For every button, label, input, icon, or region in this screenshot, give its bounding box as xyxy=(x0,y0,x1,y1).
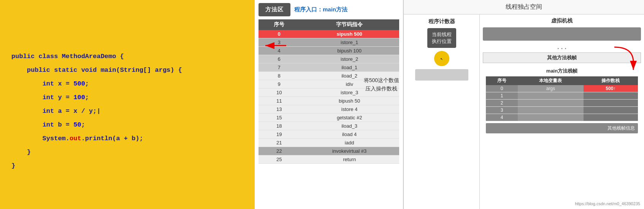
bytecode-row: 19iload 4 xyxy=(259,130,399,139)
other-frames-label: 其他方法栈帧 xyxy=(483,52,641,63)
bytecode-seq: 8 xyxy=(259,72,300,80)
bytecode-row: 7iload_1 xyxy=(259,63,399,72)
col-seq: 序号 xyxy=(259,19,300,30)
bytecode-seq: 7 xyxy=(259,63,300,72)
frame-row: 0args500↑ xyxy=(486,85,638,92)
annotation-text: 将500这个数值 压入操作数栈 xyxy=(364,76,399,93)
bytecode-instr: istore_2 xyxy=(300,55,399,63)
frame-row: 1 xyxy=(486,92,638,100)
bytecode-row: 0sipush 500 xyxy=(259,30,399,38)
bytecode-seq: 22 xyxy=(259,147,300,155)
code-block: public class MethodAreaDemo { public sta… xyxy=(11,36,182,173)
code-panel: public class MethodAreaDemo { public sta… xyxy=(0,0,255,209)
right-panel-body: 程序计数器 当前线程 执行位置 ↖ 虚拟机栈 ... 其他方法栈帧 xyxy=(404,14,644,209)
bytecode-seq: 3 xyxy=(259,38,300,47)
bytecode-row: 21iadd xyxy=(259,139,399,147)
frame-local: args xyxy=(518,85,584,92)
col-instr: 字节码指令 xyxy=(300,19,399,30)
method-area-button[interactable]: 方法区 xyxy=(259,3,290,16)
vm-ellipsis: ... xyxy=(483,44,641,51)
frame-table: 序号 本地变量表 操作数栈 0args500↑1234 xyxy=(486,76,638,121)
frame-row: 3 xyxy=(486,107,638,114)
main-frame-label: main方法栈帧 xyxy=(486,68,638,74)
bytecode-instr: sipush 500 xyxy=(300,30,399,38)
frame-seq: 4 xyxy=(486,114,518,121)
bytecode-row: 13istore 4 xyxy=(259,105,399,114)
bytecode-instr: iload_3 xyxy=(300,122,399,130)
bytecode-table-wrap: 序号 字节码指令 0sipush 5003istore_14bipush 100… xyxy=(255,19,403,209)
bytecode-seq: 19 xyxy=(259,130,300,139)
bytecode-row: 11bipush 50 xyxy=(259,97,399,105)
bytecode-seq: 21 xyxy=(259,139,300,147)
frame-local xyxy=(518,100,584,107)
frame-local xyxy=(518,92,584,100)
other-frames-info-button[interactable]: 其他栈帧信息 xyxy=(486,123,638,133)
pc-current-btn: 当前线程 执行位置 xyxy=(427,28,456,48)
main-frame-section: main方法栈帧 序号 本地变量表 操作数栈 0args500↑1234 其他栈… xyxy=(483,66,641,135)
frame-local xyxy=(518,107,584,114)
bytecode-instr: iadd xyxy=(300,139,399,147)
vm-section: 虚拟机栈 ... 其他方法栈帧 main方法栈帧 xyxy=(480,14,644,209)
bytecode-instr: return xyxy=(300,155,399,164)
frame-row: 4 xyxy=(486,114,638,121)
bytecode-seq: 9 xyxy=(259,80,300,89)
method-area-header: 方法区 程序入口：main方法 xyxy=(255,0,403,19)
frame-ops: 500↑ xyxy=(584,85,638,92)
bytecode-instr: bipush 100 xyxy=(300,47,399,55)
bytecode-row: 25return xyxy=(259,155,399,164)
bytecode-seq: 15 xyxy=(259,114,300,122)
bytecode-instr: bipush 50 xyxy=(300,97,399,105)
bytecode-seq: 4 xyxy=(259,47,300,55)
bytecode-seq: 10 xyxy=(259,89,300,97)
bytecode-seq: 25 xyxy=(259,155,300,164)
bytecode-instr: iload_1 xyxy=(300,63,399,72)
bytecode-instr: invokevirtual #3 xyxy=(300,147,399,155)
bytecode-row: 4bipush 100 xyxy=(259,47,399,55)
frame-seq: 3 xyxy=(486,107,518,114)
bytecode-instr: iload 4 xyxy=(300,130,399,139)
right-panel-title: 线程独占空间 xyxy=(404,0,644,14)
bytecode-seq: 6 xyxy=(259,55,300,63)
frame-row: 2 xyxy=(486,100,638,107)
vm-label: 虚拟机栈 xyxy=(483,17,641,24)
bytecode-instr: istore_1 xyxy=(300,38,399,47)
frame-col-ops: 操作数栈 xyxy=(584,76,638,85)
bytecode-row: 22invokevirtual #3 xyxy=(259,147,399,155)
pc-label: 程序计数器 xyxy=(428,18,455,25)
bytecode-seq: 13 xyxy=(259,105,300,114)
frame-seq: 2 xyxy=(486,100,518,107)
frame-col-local: 本地变量表 xyxy=(518,76,584,85)
frame-seq: 0 xyxy=(486,85,518,92)
right-panel: 线程独占空间 程序计数器 当前线程 执行位置 ↖ 虚拟机栈 ... 其他方法栈帧 xyxy=(403,0,644,209)
frame-seq: 1 xyxy=(486,92,518,100)
pc-value-box: ↖ xyxy=(434,51,449,66)
bytecode-row: 15getstatic #2 xyxy=(259,114,399,122)
bytecode-seq: 0 xyxy=(259,30,300,38)
frame-ops xyxy=(584,107,638,114)
pc-section: 程序计数器 当前线程 执行位置 ↖ xyxy=(404,14,480,209)
bytecode-row: 3istore_1 xyxy=(259,38,399,47)
bytecode-row: 6istore_2 xyxy=(259,55,399,63)
bytecode-instr: istore 4 xyxy=(300,105,399,114)
frame-col-seq: 序号 xyxy=(486,76,518,85)
entry-label: 程序入口：main方法 xyxy=(294,6,347,13)
bytecode-row: 18iload_3 xyxy=(259,122,399,130)
bytecode-seq: 11 xyxy=(259,97,300,105)
middle-panel: 方法区 程序入口：main方法 序号 字节码指令 0sipush 5003ist… xyxy=(255,0,403,209)
frame-ops xyxy=(584,114,638,121)
pc-empty-box xyxy=(415,69,468,81)
frame-ops xyxy=(584,100,638,107)
bytecode-instr: getstatic #2 xyxy=(300,114,399,122)
frame-ops xyxy=(584,92,638,100)
vm-box-1 xyxy=(483,27,641,41)
frame-local xyxy=(518,114,584,121)
footer-link: https://blog.csdn.net/m0_46390235 xyxy=(575,201,640,206)
bytecode-seq: 18 xyxy=(259,122,300,130)
